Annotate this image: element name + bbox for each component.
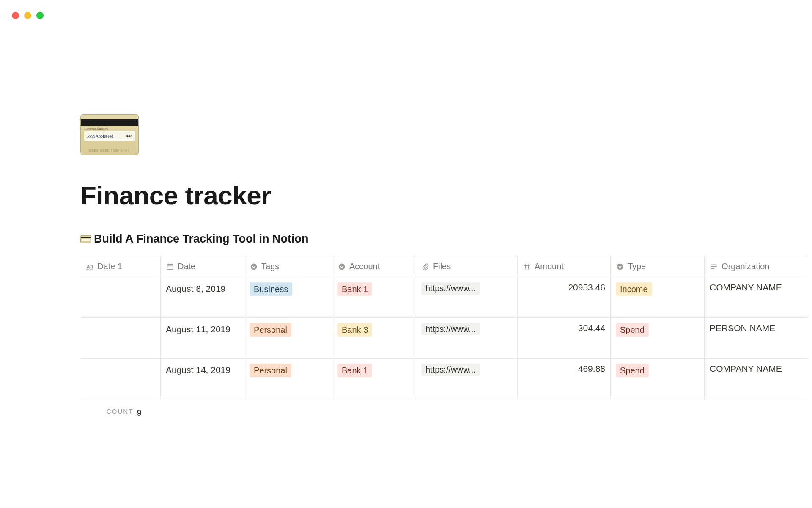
- cell-organization[interactable]: COMPANY NAME: [705, 277, 808, 318]
- cell-organization[interactable]: PERSON NAME: [705, 318, 808, 358]
- count-value: 9: [137, 408, 142, 418]
- table-footer: COUNT 9: [80, 399, 812, 418]
- svg-point-6: [339, 263, 345, 270]
- select-icon: [337, 262, 346, 271]
- page-title[interactable]: Finance tracker: [80, 180, 812, 210]
- svg-point-11: [617, 263, 623, 270]
- cell-organization[interactable]: COMPANY NAME: [705, 359, 808, 399]
- table-header-row: Date 1 Date Tags Account: [80, 256, 808, 277]
- svg-point-5: [251, 263, 257, 270]
- number-icon: [523, 262, 531, 271]
- page-content: Authorized Signature John Appleseed 448 …: [80, 114, 812, 418]
- cell-amount[interactable]: 20953.46: [518, 277, 611, 318]
- title-icon: [85, 262, 94, 271]
- column-header-organization[interactable]: Organization: [705, 256, 808, 277]
- column-header-tags[interactable]: Tags: [244, 256, 332, 277]
- minimize-window-button[interactable]: [24, 12, 31, 19]
- table-row[interactable]: August 14, 2019 Personal Bank 1 https://…: [80, 359, 808, 399]
- subpage-link[interactable]: Build A Finance Tracking Tool in Notion: [80, 232, 812, 246]
- cell-files[interactable]: https://www...: [416, 318, 518, 358]
- svg-rect-1: [167, 264, 173, 269]
- cell-type[interactable]: Income: [611, 277, 705, 318]
- table-row[interactable]: August 11, 2019 Personal Bank 3 https://…: [80, 318, 808, 359]
- column-header-amount[interactable]: Amount: [518, 256, 611, 277]
- cell-date[interactable]: August 8, 2019: [161, 277, 244, 318]
- creditcard-icon: [80, 235, 91, 243]
- cell-account[interactable]: Bank 1: [332, 359, 416, 399]
- cell-tags[interactable]: Personal: [244, 359, 332, 399]
- cell-date[interactable]: August 14, 2019: [161, 359, 244, 399]
- page-icon-creditcard[interactable]: Authorized Signature John Appleseed 448 …: [80, 114, 139, 155]
- cell-date1[interactable]: [80, 277, 161, 318]
- column-header-type[interactable]: Type: [611, 256, 705, 277]
- cell-type[interactable]: Spend: [611, 359, 705, 399]
- cell-date1[interactable]: [80, 318, 161, 358]
- calendar-icon: [166, 262, 174, 271]
- cell-tags[interactable]: Business: [244, 277, 332, 318]
- select-icon: [250, 262, 258, 271]
- text-icon: [710, 262, 718, 271]
- cell-amount[interactable]: 304.44: [518, 318, 611, 358]
- table-row[interactable]: August 8, 2019 Business Bank 1 https://w…: [80, 277, 808, 318]
- column-header-date[interactable]: Date: [161, 256, 244, 277]
- database-table: Date 1 Date Tags Account: [80, 256, 808, 399]
- cell-date[interactable]: August 11, 2019: [161, 318, 244, 358]
- close-window-button[interactable]: [12, 12, 19, 19]
- cell-tags[interactable]: Personal: [244, 318, 332, 358]
- cell-amount[interactable]: 469.88: [518, 359, 611, 399]
- select-icon: [616, 262, 624, 271]
- column-header-date1[interactable]: Date 1: [80, 256, 161, 277]
- cell-files[interactable]: https://www...: [416, 359, 518, 399]
- svg-line-7: [525, 264, 526, 270]
- window-traffic-lights: [12, 12, 44, 19]
- cell-account[interactable]: Bank 1: [332, 277, 416, 318]
- maximize-window-button[interactable]: [36, 12, 44, 19]
- cell-account[interactable]: Bank 3: [332, 318, 416, 358]
- cell-date1[interactable]: [80, 359, 161, 399]
- svg-line-8: [528, 264, 529, 270]
- column-header-files[interactable]: Files: [416, 256, 518, 277]
- cell-files[interactable]: https://www...: [416, 277, 518, 318]
- subpage-title: Build A Finance Tracking Tool in Notion: [94, 232, 309, 246]
- count-label[interactable]: COUNT: [107, 408, 133, 418]
- paperclip-icon: [421, 262, 430, 271]
- column-header-account[interactable]: Account: [332, 256, 416, 277]
- cell-type[interactable]: Spend: [611, 318, 705, 358]
